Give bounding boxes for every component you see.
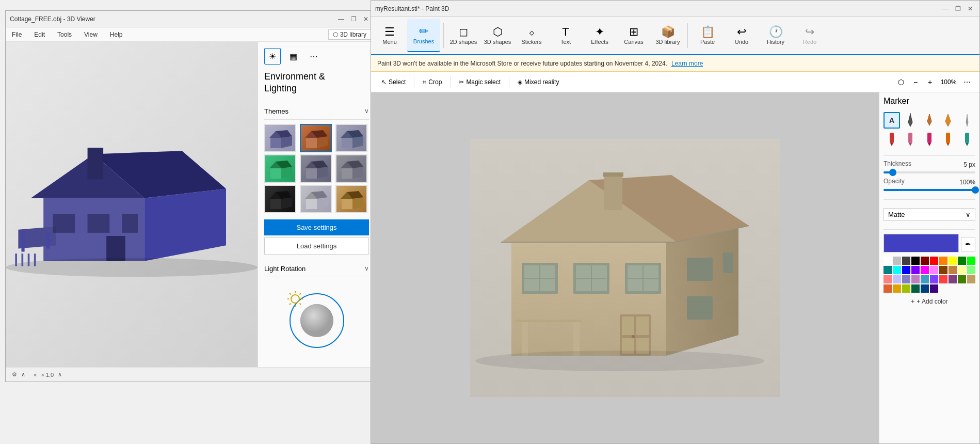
color-swatch-32[interactable] [902,284,910,293]
mixed-reality-btn[interactable]: ◈ Mixed reality [513,76,563,88]
color-swatch-2[interactable] [902,257,910,265]
thickness-slider[interactable] [883,171,975,173]
toolbar-brushes[interactable]: ✏ Brushes [407,19,440,52]
save-settings-button[interactable]: Save settings [264,219,369,235]
color-swatch-1[interactable] [893,257,901,265]
menu-file[interactable]: File [10,30,24,39]
notification-learn-more-link[interactable]: Learn more [671,60,703,67]
load-settings-button[interactable]: Load settings [264,237,369,255]
paint3d-canvas-area[interactable] [371,92,879,443]
color-swatch-30[interactable] [883,284,892,293]
color-swatch-3[interactable] [911,257,920,265]
color-swatch-35[interactable] [930,284,938,293]
menu-tools[interactable]: Tools [55,30,74,39]
lighting-icon-btn[interactable]: ☀ [264,48,281,65]
paint3d-minimize-button[interactable]: — [940,4,951,14]
toolbar-history[interactable]: 🕐 History [759,19,792,52]
opacity-thumb[interactable] [972,186,979,194]
crop-tool-btn[interactable]: ⌗ Crop [419,76,446,88]
menu-view[interactable]: View [82,30,100,39]
theme-item-6[interactable] [335,154,367,183]
light-dial[interactable] [286,290,348,352]
color-swatch-22[interactable] [902,275,910,283]
color-swatch-9[interactable] [967,257,975,265]
paint3d-restore-button[interactable]: ❐ [953,4,963,14]
color-swatch-0[interactable] [883,257,892,265]
material-dropdown[interactable]: Matte ∨ [883,208,975,221]
color-swatch-14[interactable] [921,266,929,274]
viewer-canvas[interactable] [6,42,258,367]
grid-square-icon-btn[interactable]: ▦ [285,48,301,65]
thickness-thumb[interactable] [889,169,896,176]
color-swatch-29[interactable] [967,275,975,283]
brush-tool-orange-1[interactable] [921,112,938,129]
color-swatch-6[interactable] [939,257,947,265]
color-swatch-33[interactable] [911,284,920,293]
add-color-button[interactable]: + + Add color [883,295,975,308]
menu-help[interactable]: Help [108,30,125,39]
color-swatch-16[interactable] [939,266,947,274]
color-swatch-12[interactable] [902,266,910,274]
magic-select-btn[interactable]: ✂ Magic select [455,76,505,88]
minimize-button[interactable]: — [336,14,346,24]
zoom-in-btn[interactable]: + [924,76,936,88]
theme-item-7[interactable] [264,185,296,213]
paint3d-close-button[interactable]: ✕ [965,4,975,14]
grid-dots-icon-btn[interactable]: ⋯ [306,48,322,65]
color-swatch-21[interactable] [893,275,901,283]
toolbar-text[interactable]: T Text [549,19,582,52]
brush-tool-pen[interactable] [902,112,919,129]
color-swatch-5[interactable] [930,257,938,265]
themes-section-header[interactable]: Themes ∨ [264,103,369,120]
3d-library-button[interactable]: ⬡ 3D library [328,29,371,40]
toolbar-3d-shapes[interactable]: ⬡ 3D shapes [481,19,514,52]
toolbar-undo[interactable]: ↩ Undo [725,19,758,52]
theme-item-3[interactable] [335,124,367,152]
theme-item-1[interactable] [264,124,296,152]
color-swatch-25[interactable] [930,275,938,283]
brush-tool-thin[interactable] [959,112,975,129]
active-color-swatch[interactable] [883,234,959,252]
color-swatch-7[interactable] [949,257,957,265]
color-swatch-17[interactable] [949,266,957,274]
color-swatch-4[interactable] [921,257,929,265]
brush-tool-orange-marker[interactable] [940,131,956,147]
toolbar-effects[interactable]: ✦ Effects [583,19,616,52]
menu-edit[interactable]: Edit [32,30,47,39]
toolbar-stickers[interactable]: ⬦ Stickers [515,19,548,52]
add-zoom-object-btn[interactable]: ⬡ [895,76,907,88]
restore-button[interactable]: ❐ [348,14,359,24]
toolbar-menu[interactable]: ☰ Menu [373,19,406,52]
color-swatch-15[interactable] [930,266,938,274]
light-rotation-section-header[interactable]: Light Rotation ∨ [264,261,369,277]
color-swatch-34[interactable] [921,284,929,293]
color-swatch-10[interactable] [883,266,892,274]
theme-item-4[interactable] [264,154,296,183]
more-options-btn[interactable]: ··· [961,76,973,88]
brush-tool-marker-a[interactable]: A [883,112,900,129]
theme-item-5[interactable] [300,154,332,183]
brush-tool-red-marker[interactable] [883,131,900,147]
color-swatch-31[interactable] [893,284,901,293]
toolbar-3d-library[interactable]: 📦 3D library [651,19,684,52]
theme-item-9[interactable] [335,185,367,213]
theme-item-8[interactable] [300,185,332,213]
toolbar-canvas[interactable]: ⊞ Canvas [617,19,650,52]
zoom-out-btn[interactable]: − [909,76,922,88]
color-swatch-19[interactable] [967,266,975,274]
color-swatch-26[interactable] [939,275,947,283]
brush-tool-orange-2[interactable] [940,112,956,129]
color-swatch-27[interactable] [949,275,957,283]
color-swatch-24[interactable] [921,275,929,283]
eyedropper-button[interactable]: ✒ [961,237,975,251]
color-swatch-23[interactable] [911,275,920,283]
brush-tool-teal[interactable] [959,131,975,147]
close-button[interactable]: ✕ [361,14,371,24]
color-swatch-20[interactable] [883,275,892,283]
color-swatch-11[interactable] [893,266,901,274]
opacity-slider[interactable] [883,189,975,191]
toolbar-2d-shapes[interactable]: ◻ 2D shapes [447,19,480,52]
theme-item-2[interactable] [300,124,332,152]
select-tool-btn[interactable]: ↖ Select [377,76,410,88]
brush-tool-magenta[interactable] [921,131,938,147]
